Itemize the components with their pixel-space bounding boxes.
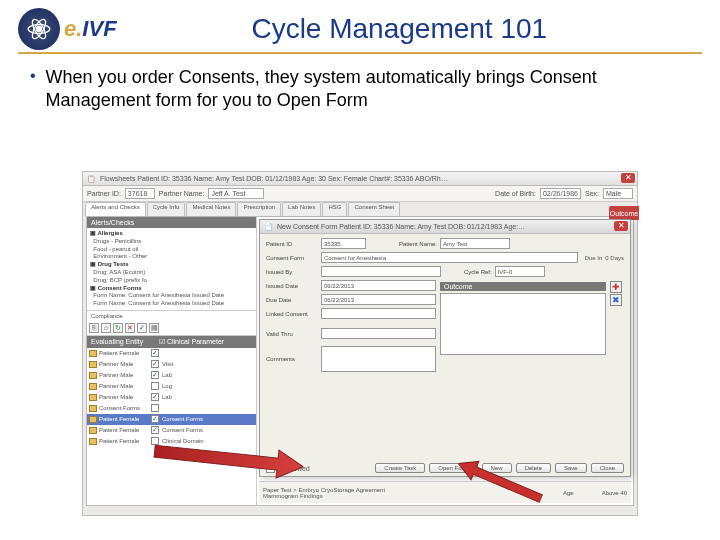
tab-cycle[interactable]: Cycle Info bbox=[147, 202, 186, 216]
delete-icon[interactable]: ✕ bbox=[125, 323, 135, 333]
bullet-text: •When you order Consents, they system au… bbox=[0, 66, 720, 111]
remove-icon[interactable]: ✖ bbox=[610, 294, 622, 306]
evaluation-list[interactable]: Patient Female✓Partner Male✓VisitPartner… bbox=[87, 348, 256, 505]
list-item[interactable]: Partner Male✓Visit bbox=[87, 359, 256, 370]
comments-input[interactable] bbox=[321, 346, 436, 372]
close-icon[interactable]: ✕ bbox=[614, 221, 628, 231]
tab-alerts[interactable]: Alerts and Checks bbox=[85, 202, 146, 216]
tool-icon[interactable]: ⎘ bbox=[89, 323, 99, 333]
patient-id-input[interactable]: 35335 bbox=[321, 238, 366, 249]
create-task-button[interactable]: Create Task bbox=[375, 463, 425, 473]
list-item[interactable]: Partner MaleLog bbox=[87, 381, 256, 392]
eval-header: Evaluating Entity☑ Clinical Parameter bbox=[87, 336, 256, 348]
dialog-titlebar: 📄New Consent Form Patient ID: 35336 Name… bbox=[260, 220, 630, 234]
list-item[interactable]: Partner Male✓Lab bbox=[87, 392, 256, 403]
new-button[interactable]: New bbox=[482, 463, 512, 473]
reviewed-checkbox[interactable] bbox=[266, 464, 275, 473]
flowsheet-titlebar: 📋Flowsheets Patient ID: 35336 Name: Amy … bbox=[83, 172, 637, 186]
screenshot-area: 📋Flowsheets Patient ID: 35336 Name: Amy … bbox=[82, 171, 638, 516]
patient-header: Partner ID:37618 Partner Name:Jeff A. Te… bbox=[83, 186, 637, 202]
logo-icon bbox=[18, 8, 60, 50]
svg-point-0 bbox=[36, 26, 43, 33]
toolbar: ⎘⌂↻✕✓▤ bbox=[87, 321, 256, 336]
delete-button[interactable]: Delete bbox=[516, 463, 551, 473]
consent-dialog: 📄New Consent Form Patient ID: 35336 Name… bbox=[259, 219, 631, 477]
outcome-header: Outcome bbox=[440, 282, 606, 291]
list-item[interactable]: Patient Female✓Consent Forms bbox=[87, 425, 256, 436]
logo-text: e.IVF bbox=[64, 16, 117, 42]
title-rule bbox=[18, 52, 702, 54]
tab-hsg[interactable]: HSG bbox=[322, 202, 347, 216]
partner-id-field[interactable]: 37618 bbox=[125, 188, 155, 199]
close-button[interactable]: Close bbox=[591, 463, 624, 473]
issued-by-select[interactable] bbox=[321, 266, 441, 277]
sex-field[interactable]: Male bbox=[603, 188, 633, 199]
issued-date-input[interactable]: 06/22/2013 bbox=[321, 280, 436, 291]
partner-name-field[interactable]: Jeff A. Test bbox=[208, 188, 264, 199]
compliance-label: Compliance bbox=[87, 311, 256, 321]
patient-name-input[interactable]: Amy Test bbox=[440, 238, 510, 249]
home-icon[interactable]: ⌂ bbox=[101, 323, 111, 333]
outcome-list[interactable] bbox=[440, 293, 606, 355]
tab-rx[interactable]: Prescription bbox=[237, 202, 281, 216]
list-item[interactable]: Partner Male✓Lab bbox=[87, 370, 256, 381]
save-button[interactable]: Save bbox=[555, 463, 587, 473]
footer-row: Paper Test > Embryo CryoStorage Agreemen… bbox=[259, 481, 631, 503]
add-icon[interactable]: ✚ bbox=[610, 281, 622, 293]
due-date-input[interactable]: 06/22/2013 bbox=[321, 294, 436, 305]
open-form-button[interactable]: Open Form bbox=[429, 463, 477, 473]
list-item[interactable]: Patient Female✓ bbox=[87, 348, 256, 359]
list-item[interactable]: Patient Female✓Consent Forms bbox=[87, 414, 256, 425]
alerts-header: Alerts/Checks bbox=[87, 217, 256, 228]
tab-bar: Alerts and Checks Cycle Info Medical Not… bbox=[83, 202, 637, 216]
slide-title: Cycle Management 101 bbox=[117, 13, 702, 45]
check-icon[interactable]: ✓ bbox=[137, 323, 147, 333]
consent-form-select[interactable]: Consent for Anesthesia bbox=[321, 252, 578, 263]
close-icon[interactable]: ✕ bbox=[621, 173, 635, 183]
alerts-list: ▣ Allergies Drugs - Penicillins Food - p… bbox=[87, 228, 256, 311]
tab-notes[interactable]: Medical Notes bbox=[186, 202, 236, 216]
cycle-ref-select[interactable]: IVF-0 bbox=[495, 266, 545, 277]
tab-lab[interactable]: Lab Notes bbox=[282, 202, 321, 216]
valid-thru-input[interactable] bbox=[321, 328, 436, 339]
linked-consent-input[interactable] bbox=[321, 308, 436, 319]
dob-field[interactable]: 02/26/1986 bbox=[540, 188, 581, 199]
list-item[interactable]: Patient FemaleClinical Domain bbox=[87, 436, 256, 447]
tab-consent[interactable]: Consent Sheet bbox=[348, 202, 400, 216]
list-item[interactable]: Consent Forms bbox=[87, 403, 256, 414]
sort-icon[interactable]: ▤ bbox=[149, 323, 159, 333]
refresh-icon[interactable]: ↻ bbox=[113, 323, 123, 333]
